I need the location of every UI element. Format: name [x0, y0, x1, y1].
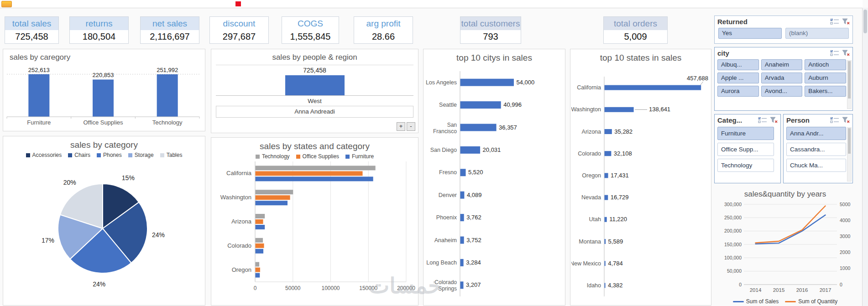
label: Long Beach: [426, 259, 457, 266]
legend-label: Accessories: [32, 152, 62, 158]
chart-card-sales-by-category[interactable]: sales by category AccessoriesChairsPhone…: [3, 136, 205, 306]
label: Office Supplies: [83, 119, 123, 126]
slicer-person: Person Anna Andr...Cassandra...Chuck Ma.…: [783, 114, 853, 183]
label: 200,000: [724, 228, 742, 233]
collapse-button[interactable]: -: [407, 122, 415, 131]
slicer-items: Yes(blank): [715, 26, 852, 41]
line-chart-sales-quantity-by-years[interactable]: 300,000250,000200,000150,000100,00050,00…: [717, 200, 853, 296]
slicer-item-chuck-ma[interactable]: Chuck Ma...: [786, 159, 846, 172]
vertical-scrollbar[interactable]: [862, 8, 868, 306]
slicer-item-arvada[interactable]: Arvada: [761, 73, 803, 83]
bar: [285, 75, 345, 95]
slicer-item-apple[interactable]: Apple ...: [717, 73, 759, 83]
column-chart-sales-by-caregory[interactable]: 252,613Furniture220,853Office Supplies25…: [3, 62, 203, 129]
slicer-item-aurora[interactable]: Aurora: [717, 86, 759, 97]
slicer-title: Person: [786, 116, 830, 124]
slicer-item-avond[interactable]: Avond...: [761, 86, 803, 97]
slicer-item-technology[interactable]: Technology: [717, 159, 774, 172]
chart-card-sales-by-caregory[interactable]: sales by caregory 252,613Furniture220,85…: [3, 49, 205, 131]
bar: [256, 201, 288, 205]
clear-filter-icon[interactable]: [770, 117, 778, 124]
slicer-item-furniture[interactable]: Furniture: [717, 127, 774, 140]
label: 5000: [840, 202, 851, 207]
slicer-item-cassandra[interactable]: Cassandra...: [786, 143, 846, 156]
multiselect-icon[interactable]: [830, 50, 839, 57]
label: Los Angeles: [426, 79, 457, 86]
chart-title: top 10 citys in sales: [424, 49, 565, 63]
label: 24%: [93, 280, 105, 288]
slicer-item-anaheim[interactable]: Anaheim: [761, 59, 803, 70]
slicer-scrollbar-thumb[interactable]: [848, 128, 851, 154]
legend-marker: [345, 155, 350, 159]
line-legend: Sum of SalesSum of Quantity: [716, 296, 854, 306]
expand-button[interactable]: +: [397, 122, 405, 131]
bar: [256, 166, 376, 170]
clear-filter-icon[interactable]: [842, 50, 850, 57]
slicer-item-auburn[interactable]: Auburn: [805, 73, 846, 83]
legend-marker: [26, 153, 30, 157]
kpi-value: 5,009: [604, 30, 667, 43]
multiselect-icon[interactable]: [830, 117, 839, 124]
bar: [256, 190, 293, 194]
label: 0: [254, 285, 257, 291]
clear-filter-icon[interactable]: [842, 18, 850, 25]
label: 0: [739, 282, 742, 287]
bar: [460, 169, 466, 176]
slicer-item-anna-andr[interactable]: Anna Andr...: [786, 127, 846, 140]
legend-marker: [296, 155, 300, 159]
chart-title: sales by states and category: [211, 138, 418, 151]
label: 2017: [819, 287, 831, 293]
vertical-scrollbar-thumb[interactable]: [863, 10, 867, 33]
clear-filter-icon[interactable]: [842, 117, 850, 124]
slicer-item-yes[interactable]: Yes: [718, 28, 782, 39]
slicer-item-blank[interactable]: (blank): [785, 28, 849, 39]
chart-card-top-10-states[interactable]: top 10 states in sales California457,688…: [570, 49, 711, 306]
kpi-value: 725,458: [5, 30, 58, 43]
label: Springs: [438, 285, 457, 292]
label: 150000: [359, 285, 377, 291]
multiselect-icon[interactable]: [758, 117, 767, 124]
states-legend: TechnologyOffice SuppliesFurniture: [211, 151, 418, 161]
chart-card-top-10-citys[interactable]: top 10 citys in sales Los Angeles54,000S…: [423, 49, 565, 306]
slicer-item-antioch[interactable]: Antioch: [805, 59, 846, 70]
bar: [605, 129, 612, 134]
top-scrollbar-strip[interactable]: [0, 0, 863, 8]
chart-card-sales-quantity-by-years[interactable]: sales&quantity by years 300,000250,00020…: [716, 186, 854, 306]
bar: [831, 54, 832, 56]
series-line: [755, 215, 825, 244]
legend-marker: [68, 153, 72, 157]
chart-card-sales-by-people-region[interactable]: sales by people & region 725,458 West An…: [211, 49, 418, 133]
bar-chart-top-10-states[interactable]: California457,688Washington138,641Arizon…: [571, 65, 710, 301]
slicer-item-bakers[interactable]: Bakers...: [805, 86, 846, 97]
bar: [256, 214, 265, 218]
label: 1000: [840, 265, 851, 271]
bar: [460, 79, 514, 86]
bar-chart-sales-by-states-and-category[interactable]: 050000100000150000200000CaliforniaWashin…: [211, 161, 416, 296]
slicer-scrollbar[interactable]: [847, 127, 852, 182]
label: 32,108: [614, 150, 632, 157]
label: Washington: [571, 106, 601, 113]
slicer-item-albuq[interactable]: Albuq...: [717, 59, 759, 70]
multiselect-icon[interactable]: [830, 18, 839, 25]
label: 5,520: [468, 169, 483, 176]
bar: [460, 124, 497, 131]
label: Oregon: [582, 172, 601, 179]
legend-marker: [128, 153, 132, 157]
label: Oregon: [232, 266, 251, 273]
slicer-city: city Albuq...AnaheimAntiochApple ...Arva…: [714, 47, 853, 111]
bar: [605, 283, 606, 288]
red-marker: [235, 1, 241, 6]
label: 100000: [321, 285, 340, 291]
slicer-scrollbar[interactable]: [847, 60, 852, 109]
legend-label: Furniture: [352, 153, 374, 160]
bar: [460, 101, 501, 109]
pie-chart-sales-by-category[interactable]: 15%24%24%17%20%: [3, 159, 203, 301]
slicer-item-office-supp[interactable]: Office Supp...: [717, 143, 774, 156]
legend-label: Storage: [135, 152, 154, 158]
data-label: 725,458: [211, 67, 418, 74]
label: Phoenix: [436, 214, 457, 221]
shape: [842, 50, 847, 56]
bar-chart-top-10-citys[interactable]: Los Angeles54,000Seattle40,996SanFrancis…: [424, 65, 564, 301]
chart-card-sales-by-states-and-category[interactable]: sales by states and category TechnologyO…: [211, 137, 418, 306]
slicer-scrollbar-thumb[interactable]: [848, 61, 851, 99]
